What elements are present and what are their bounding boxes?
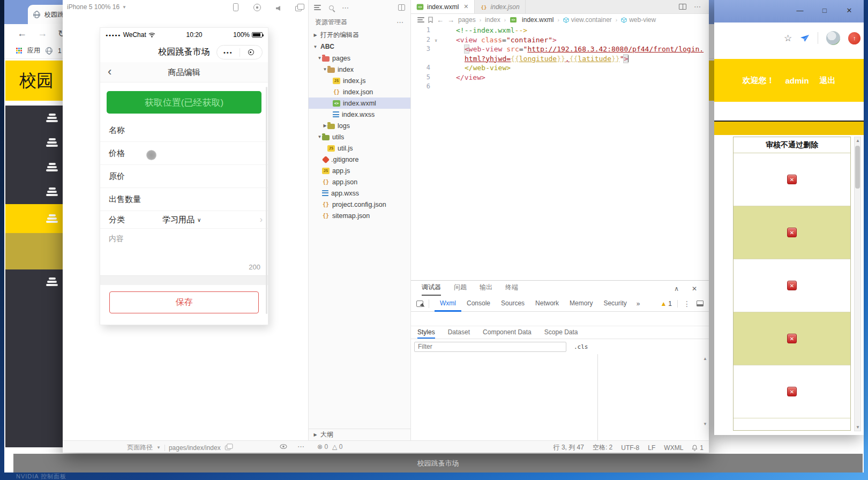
apps-grid-icon[interactable] <box>16 48 22 54</box>
breadcrumb-item[interactable]: view.container <box>563 16 612 24</box>
scroll-thumb[interactable] <box>855 146 860 189</box>
tree-item-project-config-json[interactable]: {}project.config.json <box>309 199 410 210</box>
tree-item-app-js[interactable]: JSapp.js <box>309 165 410 176</box>
extension-bird-icon[interactable] <box>800 34 810 42</box>
cls-toggle[interactable]: .cls <box>574 343 588 350</box>
save-button[interactable]: 保存 <box>109 291 259 313</box>
scroll-down-icon[interactable]: ▼ <box>856 425 860 430</box>
phone-scrollbar[interactable] <box>266 87 267 314</box>
delete-button[interactable]: ✕ <box>787 228 797 237</box>
apps-label[interactable]: 应用 <box>27 46 40 55</box>
device-frame-icon[interactable] <box>233 3 238 13</box>
explorer-more-icon[interactable]: ⋯ <box>396 18 404 26</box>
debugger-tab-问题[interactable]: 问题 <box>454 283 467 296</box>
logout-link[interactable]: 退出 <box>820 76 836 86</box>
tree-item-logs[interactable]: ▶logs <box>309 120 410 131</box>
sidebar-item[interactable] <box>5 269 63 294</box>
speaker-icon[interactable] <box>276 5 280 12</box>
taskbar-window-label[interactable]: NVIDIA 控制面板 <box>16 472 66 480</box>
search-icon[interactable] <box>329 5 334 10</box>
form-field-row[interactable]: 原价 <box>100 165 268 188</box>
delete-button[interactable]: ✕ <box>787 281 797 290</box>
styles-tab-styles[interactable]: Styles <box>417 326 435 339</box>
devtools-tab-memory[interactable]: Memory <box>564 295 598 312</box>
breadcrumb-item[interactable]: index <box>485 16 500 24</box>
styles-tab-dataset[interactable]: Dataset <box>448 326 470 339</box>
more-menu-button[interactable]: ••• <box>217 50 240 55</box>
breadcrumb-item[interactable]: <>index.wxml <box>510 16 553 24</box>
more-icon[interactable]: ⋯ <box>342 4 349 12</box>
split-editor-icon[interactable] <box>398 4 405 11</box>
tree-item-app-json[interactable]: {}app.json <box>309 176 410 188</box>
category-select[interactable]: 学习用品 ∨ <box>162 215 201 225</box>
tree-item-sitemap-json[interactable]: {}sitemap.json <box>309 210 410 221</box>
tree-item-index-wxss[interactable]: index.wxss <box>309 109 410 120</box>
record-icon[interactable] <box>253 4 261 13</box>
devtools-tab-network[interactable]: Network <box>530 295 564 312</box>
sidebar-item[interactable] <box>5 130 63 155</box>
styles-tab-scope-data[interactable]: Scope Data <box>544 326 578 339</box>
styles-tab-component-data[interactable]: Component Data <box>483 326 532 339</box>
devtools-tab-wxml[interactable]: Wxml <box>435 295 461 312</box>
code-editor[interactable]: 1<!--index.wxml-->2∨<view class="contain… <box>411 26 709 280</box>
form-field-row[interactable]: 名称 <box>100 119 268 142</box>
collapse-panel-icon[interactable]: ∧ <box>674 285 679 292</box>
scroll-down-icon[interactable]: ▼ <box>703 422 707 426</box>
close-panel-icon[interactable]: ✕ <box>692 285 697 292</box>
bookmark-icon[interactable] <box>428 17 433 23</box>
exit-miniapp-button[interactable] <box>240 49 263 55</box>
forward-icon[interactable]: → <box>38 28 47 39</box>
tree-item--gitignore[interactable]: .gitignore <box>309 154 410 165</box>
close-tab-icon[interactable]: ✕ <box>463 3 468 10</box>
multi-window-icon[interactable] <box>295 5 302 13</box>
tree-item-utils[interactable]: ▼utils <box>309 131 410 142</box>
devtools-tab-sources[interactable]: Sources <box>496 295 530 312</box>
tree-item-util-js[interactable]: JSutil.js <box>309 142 410 154</box>
tree-item-app-wxss[interactable]: app.wxss <box>309 188 410 199</box>
sidebar-item[interactable] <box>5 155 63 179</box>
filter-input[interactable] <box>414 342 566 352</box>
nav-forward-icon[interactable]: → <box>447 16 454 24</box>
status-segment[interactable]: UTF-8 <box>621 444 639 452</box>
page-path-label[interactable]: 页面路径 <box>127 443 153 452</box>
delete-button[interactable]: ✕ <box>787 334 797 343</box>
nav-back-icon[interactable]: ← <box>437 16 444 24</box>
outline-menu-icon[interactable] <box>417 17 424 22</box>
debugger-tab-调试器[interactable]: 调试器 <box>422 283 441 296</box>
page-path-value[interactable]: pages/index/index <box>169 444 221 452</box>
status-segment[interactable]: 空格: 2 <box>593 443 612 452</box>
fold-arrow-icon[interactable]: ∨ <box>435 36 437 46</box>
notification-bell[interactable]: 1 <box>692 444 704 452</box>
get-location-button[interactable]: 获取位置(已经获取) <box>107 91 261 114</box>
scroll-up-icon[interactable]: ▲ <box>856 138 860 143</box>
editor-more-icon[interactable]: ⋯ <box>694 3 701 11</box>
open-editors-section[interactable]: ▶ 打开的编辑器 <box>309 29 410 41</box>
scroll-up-icon[interactable]: ▲ <box>703 356 707 361</box>
status-segment[interactable]: LF <box>648 444 655 452</box>
delete-button[interactable]: ✕ <box>787 387 797 396</box>
form-field-row[interactable]: 价格 <box>100 142 268 165</box>
elements-tree-area[interactable] <box>411 312 709 326</box>
problems-summary[interactable]: ⊗ 0 △ 0 <box>317 443 342 451</box>
sidebar-item[interactable] <box>5 106 63 130</box>
sidebar-item[interactable] <box>5 233 63 269</box>
device-selector[interactable]: iPhone 5 100% 16 ▼ <box>67 3 126 11</box>
eye-icon[interactable] <box>280 444 287 449</box>
profile-avatar[interactable] <box>826 31 840 45</box>
delete-button[interactable]: ✕ <box>787 175 797 184</box>
debugger-tab-输出[interactable]: 输出 <box>480 283 492 296</box>
form-field-row[interactable]: 出售数量 <box>100 188 268 211</box>
tree-item-index-wxml[interactable]: <>index.wxml <box>309 98 410 109</box>
devtools-menu-icon[interactable]: ⋮ <box>683 299 691 308</box>
statusbar-more-icon[interactable]: ⋯ <box>297 442 305 451</box>
warning-badge[interactable]: ▲ 1 <box>660 300 672 308</box>
status-segment[interactable]: WXML <box>664 444 683 452</box>
bookmark-favicon-icon[interactable] <box>46 47 53 54</box>
tab-index-json[interactable]: {} index.json <box>475 0 526 13</box>
tree-item-index-json[interactable]: {}index.json <box>309 86 410 98</box>
devtools-tab-security[interactable]: Security <box>598 295 632 312</box>
inspect-element-icon[interactable] <box>416 301 423 307</box>
project-root-section[interactable]: ▼ ABC <box>309 41 410 52</box>
copy-path-icon[interactable] <box>225 445 230 450</box>
bookmark-label[interactable]: 1 <box>58 47 62 55</box>
